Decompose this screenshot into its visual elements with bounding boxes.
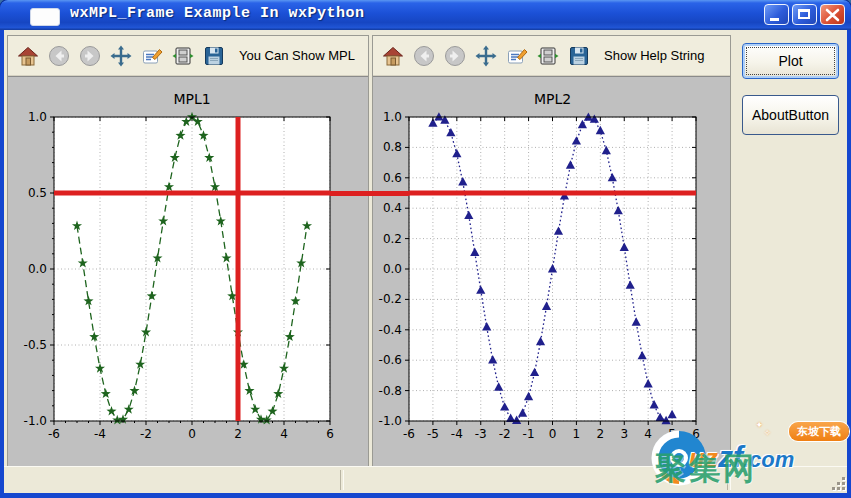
resize-grip[interactable] <box>831 476 845 490</box>
crosshair-horizontal-connector <box>330 191 409 196</box>
edit-icon[interactable] <box>140 44 164 68</box>
svg-text:-2: -2 <box>140 427 152 441</box>
svg-text:0.0: 0.0 <box>28 262 47 276</box>
side-button-panel: Plot AboutButton <box>735 35 845 467</box>
about-button[interactable]: AboutButton <box>742 95 839 135</box>
app-window: wxMPL_Frame Example In wxPython Yo <box>0 0 851 498</box>
mpl1-toolbar-label: You Can Show MPL <box>239 48 355 63</box>
save-icon[interactable] <box>202 44 226 68</box>
mpl1-chart-canvas[interactable]: -6-4-202461.00.50.0-0.5-1.0MPL1 <box>8 77 368 466</box>
pan-icon[interactable] <box>474 44 498 68</box>
svg-text:0.8: 0.8 <box>383 140 402 154</box>
svg-text:-0.6: -0.6 <box>379 353 402 367</box>
mpl1-toolbar: You Can Show MPL <box>8 36 368 76</box>
close-button[interactable] <box>820 4 845 25</box>
mpl1-panel: You Can Show MPL -6-4-202461.00.50.0-0.5… <box>7 35 369 467</box>
svg-text:-1: -1 <box>523 427 535 441</box>
title-bar[interactable]: wxMPL_Frame Example In wxPython <box>0 0 851 30</box>
svg-text:-6: -6 <box>403 427 415 441</box>
subplots-icon[interactable] <box>171 44 195 68</box>
minimize-icon <box>770 18 779 21</box>
mpl2-toolbar: Show Help String <box>373 36 730 76</box>
plot-button[interactable]: Plot <box>742 43 839 79</box>
svg-text:2: 2 <box>597 427 605 441</box>
svg-text:-1.0: -1.0 <box>24 414 47 428</box>
statusbar-separator <box>727 470 731 490</box>
svg-text:1: 1 <box>573 427 581 441</box>
close-icon <box>825 8 840 22</box>
maximize-button[interactable] <box>792 4 817 25</box>
svg-text:0: 0 <box>549 427 557 441</box>
svg-text:-2: -2 <box>499 427 511 441</box>
svg-text:0.6: 0.6 <box>383 171 402 185</box>
svg-text:0.5: 0.5 <box>28 186 47 200</box>
svg-text:0.4: 0.4 <box>383 201 402 215</box>
mpl2-toolbar-label: Show Help String <box>604 48 704 63</box>
svg-text:-0.2: -0.2 <box>379 292 402 306</box>
svg-text:4: 4 <box>644 427 652 441</box>
svg-text:-4: -4 <box>94 427 106 441</box>
forward-icon[interactable] <box>78 44 102 68</box>
svg-text:5: 5 <box>668 427 676 441</box>
mpl2-figure[interactable]: -6-5-4-3-2-101234561.00.80.60.40.20.0-0.… <box>373 76 730 466</box>
svg-text:MPL1: MPL1 <box>173 91 210 107</box>
save-icon[interactable] <box>567 44 591 68</box>
maximize-icon <box>798 9 810 19</box>
subplots-icon[interactable] <box>536 44 560 68</box>
svg-text:-6: -6 <box>48 427 60 441</box>
edit-icon[interactable] <box>505 44 529 68</box>
svg-text:0: 0 <box>188 427 196 441</box>
home-icon[interactable] <box>16 44 40 68</box>
back-icon[interactable] <box>47 44 71 68</box>
window-title: wxMPL_Frame Example In wxPython <box>70 5 365 22</box>
status-bar <box>4 466 847 493</box>
svg-text:-0.5: -0.5 <box>24 338 47 352</box>
back-icon[interactable] <box>412 44 436 68</box>
svg-text:6: 6 <box>692 427 700 441</box>
svg-text:-5: -5 <box>427 427 439 441</box>
svg-text:1.0: 1.0 <box>383 110 402 124</box>
app-icon <box>30 8 60 26</box>
svg-text:1.0: 1.0 <box>28 110 47 124</box>
minimize-button[interactable] <box>764 4 789 25</box>
home-icon[interactable] <box>381 44 405 68</box>
svg-text:6: 6 <box>326 427 334 441</box>
svg-text:-0.8: -0.8 <box>379 384 402 398</box>
svg-text:-3: -3 <box>475 427 487 441</box>
forward-icon[interactable] <box>443 44 467 68</box>
pan-icon[interactable] <box>109 44 133 68</box>
svg-text:0.0: 0.0 <box>383 262 402 276</box>
svg-text:3: 3 <box>620 427 628 441</box>
svg-text:-4: -4 <box>451 427 463 441</box>
statusbar-separator <box>340 470 344 490</box>
mpl2-chart-canvas[interactable]: -6-5-4-3-2-101234561.00.80.60.40.20.0-0.… <box>373 77 730 466</box>
svg-text:-0.4: -0.4 <box>379 323 402 337</box>
svg-text:0.2: 0.2 <box>383 232 402 246</box>
mpl1-figure[interactable]: -6-4-202461.00.50.0-0.5-1.0MPL1 <box>8 76 368 466</box>
svg-text:-1.0: -1.0 <box>379 414 402 428</box>
svg-text:MPL2: MPL2 <box>534 91 571 107</box>
svg-text:2: 2 <box>234 427 242 441</box>
mpl2-panel: Show Help String -6-5-4-3-2-101234561.00… <box>372 35 731 467</box>
client-area: You Can Show MPL -6-4-202461.00.50.0-0.5… <box>4 30 847 493</box>
svg-text:4: 4 <box>280 427 288 441</box>
